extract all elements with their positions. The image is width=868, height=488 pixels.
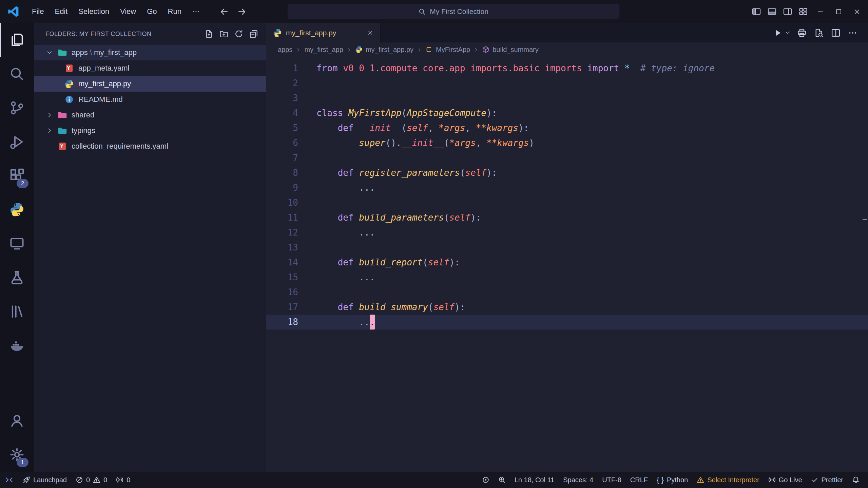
activity-run-debug[interactable] (0, 125, 34, 159)
menu-run[interactable]: Run (162, 0, 187, 23)
tab-my-first-app-py[interactable]: my_first_app.py (266, 23, 381, 42)
menu-file[interactable]: File (26, 0, 49, 23)
status-zoom[interactable] (494, 472, 510, 488)
layout-right-toggle[interactable] (780, 4, 795, 19)
line-number[interactable]: 8 (266, 165, 306, 180)
code-line-17[interactable]: 17 def build_summary(self): (266, 300, 868, 315)
line-number[interactable]: 3 (266, 91, 306, 106)
command-center-search[interactable]: My First Collection (288, 4, 619, 19)
minimize-window-button[interactable] (811, 0, 829, 23)
editor-action-file-search[interactable] (812, 26, 825, 40)
line-number[interactable]: 15 (266, 270, 306, 285)
line-number[interactable]: 5 (266, 120, 306, 135)
tree-item-shared[interactable]: shared (34, 107, 266, 123)
layout-bottom-toggle[interactable] (764, 4, 780, 19)
code-line-7[interactable]: 7 (266, 150, 868, 165)
code-line-16[interactable]: 16 (266, 285, 868, 300)
code-line-8[interactable]: 8 def register_parameters(self): (266, 165, 868, 180)
activity-docker[interactable] (0, 329, 34, 362)
new-folder-button[interactable] (217, 27, 231, 41)
menu-more[interactable] (187, 0, 205, 23)
maximize-window-button[interactable] (829, 0, 848, 23)
activity-source-control[interactable] (0, 91, 34, 125)
code-line-3[interactable]: 3 (266, 91, 868, 106)
activity-library[interactable] (0, 295, 34, 329)
layout-grid-toggle[interactable] (795, 4, 811, 19)
status-go-live[interactable]: Go Live (764, 472, 807, 488)
tree-item-collection_requirements.yaml[interactable]: collection_requirements.yaml (34, 138, 266, 154)
status-notifications[interactable] (848, 472, 864, 488)
line-number[interactable]: 9 (266, 180, 306, 195)
status-eol[interactable]: CRLF (626, 472, 652, 488)
menu-edit[interactable]: Edit (49, 0, 73, 23)
code-line-10[interactable]: 10 (266, 195, 868, 210)
tab-close-icon[interactable] (365, 27, 375, 38)
breadcrumb-my_first_app.py[interactable]: my_first_app.py (355, 46, 413, 54)
activity-search[interactable] (0, 57, 34, 91)
breadcrumb-build_summary[interactable]: build_summary (482, 46, 539, 54)
status-prettier[interactable]: Prettier (807, 472, 848, 488)
editor-action-more[interactable] (846, 26, 859, 40)
status-remote-indicator[interactable] (0, 472, 18, 488)
line-number[interactable]: 4 (266, 106, 306, 120)
line-number[interactable]: 10 (266, 195, 306, 210)
code-line-5[interactable]: 5 def __init__(self, *args, **kwargs): (266, 120, 868, 135)
layout-left-toggle[interactable] (749, 4, 764, 19)
code-line-6[interactable]: 6 super().__init__(*args, **kwargs) (266, 135, 868, 150)
collapse-all-button[interactable] (247, 27, 261, 41)
line-number[interactable]: 2 (266, 76, 306, 91)
code-line-13[interactable]: 13 (266, 240, 868, 255)
menu-view[interactable]: View (115, 0, 141, 23)
status-ports[interactable]: 0 (112, 472, 135, 488)
status-problems[interactable]: 00 (71, 472, 112, 488)
status-cursor-position[interactable]: Ln 18, Col 11 (510, 472, 559, 488)
code-line-2[interactable]: 2 (266, 76, 868, 91)
code-line-12[interactable]: 12 ... (266, 225, 868, 240)
breadcrumb-apps[interactable]: apps (278, 46, 292, 54)
code-editor[interactable]: 1from v0_0_1.compute_core.app_imports.ba… (266, 57, 868, 472)
code-line-1[interactable]: 1from v0_0_1.compute_core.app_imports.ba… (266, 61, 868, 76)
editor-action-print[interactable] (795, 26, 808, 40)
breadcrumb-my_first_app[interactable]: my_first_app (304, 46, 343, 54)
status-language[interactable]: { }Python (652, 472, 692, 488)
go-back-button[interactable] (219, 7, 229, 16)
status-indentation[interactable]: Spaces: 4 (559, 472, 598, 488)
activity-remote-explorer[interactable] (0, 227, 34, 261)
activity-settings[interactable]: 1 (0, 438, 34, 472)
code-line-11[interactable]: 11 def build_parameters(self): (266, 210, 868, 225)
tree-item-typings[interactable]: typings (34, 123, 266, 138)
code-line-9[interactable]: 9 ... (266, 180, 868, 195)
line-number[interactable]: 17 (266, 300, 306, 315)
code-line-15[interactable]: 15 ... (266, 270, 868, 285)
editor-action-chevron-down[interactable] (784, 26, 791, 40)
new-file-button[interactable] (202, 27, 216, 41)
line-number[interactable]: 14 (266, 255, 306, 270)
editor-action-split-editor[interactable] (829, 26, 842, 40)
code-line-4[interactable]: 4class MyFirstApp(AppStageCompute): (266, 106, 868, 120)
breadcrumb-MyFirstApp[interactable]: MyFirstApp (425, 46, 470, 54)
activity-python[interactable] (0, 193, 34, 227)
status-launchpad[interactable]: Launchpad (18, 472, 71, 488)
tree-item-app_meta.yaml[interactable]: app_meta.yaml (34, 60, 266, 76)
activity-explorer[interactable] (0, 23, 34, 57)
line-number[interactable]: 16 (266, 285, 306, 300)
tree-item-my_first_app.py[interactable]: my_first_app.py (34, 76, 266, 92)
tree-item-README.md[interactable]: README.md (34, 92, 266, 107)
refresh-button[interactable] (232, 27, 246, 41)
go-forward-button[interactable] (237, 7, 247, 16)
activity-testing[interactable] (0, 261, 34, 295)
status-encoding[interactable]: UTF-8 (598, 472, 626, 488)
status-interpreter-warning[interactable]: Select Interpreter (692, 472, 764, 488)
activity-extensions[interactable]: 2 (0, 159, 34, 193)
tree-item-apps-my_first_app[interactable]: apps \ my_first_app (34, 45, 266, 60)
line-number[interactable]: 18 (266, 315, 306, 330)
menu-go[interactable]: Go (141, 0, 162, 23)
line-number[interactable]: 1 (266, 61, 306, 76)
line-number[interactable]: 13 (266, 240, 306, 255)
editor-action-run[interactable] (771, 26, 784, 40)
code-line-18[interactable]: 18 ... (266, 315, 868, 330)
close-window-button[interactable] (848, 0, 866, 23)
menu-selection[interactable]: Selection (73, 0, 115, 23)
activity-accounts[interactable] (0, 404, 34, 438)
line-number[interactable]: 7 (266, 150, 306, 165)
